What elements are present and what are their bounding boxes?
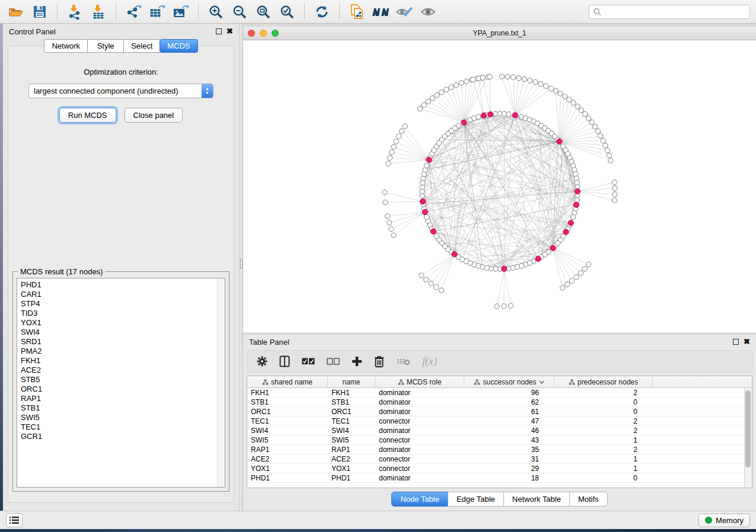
- leaf-node[interactable]: [608, 158, 613, 163]
- leaf-node[interactable]: [403, 124, 407, 129]
- leaf-node[interactable]: [505, 74, 510, 79]
- cell-predecessor-nodes[interactable]: 2: [554, 389, 653, 397]
- table-row[interactable]: ORC1ORC1dominator610: [247, 407, 752, 416]
- leaf-node[interactable]: [433, 284, 438, 289]
- leaf-node[interactable]: [612, 198, 617, 203]
- selected-mcds-node[interactable]: [452, 252, 457, 257]
- leaf-node[interactable]: [391, 145, 396, 149]
- cell-shared-name[interactable]: RAP1: [247, 446, 328, 454]
- leaf-node[interactable]: [613, 186, 617, 191]
- leaf-node[interactable]: [508, 303, 513, 308]
- selected-mcds-node[interactable]: [568, 220, 573, 226]
- column-header-mcds-role[interactable]: MCDS role: [375, 376, 464, 387]
- cell-successor-nodes[interactable]: 18: [464, 474, 554, 482]
- leaf-node[interactable]: [449, 85, 454, 89]
- tab-node-table[interactable]: Node Table: [391, 492, 448, 507]
- scrollbar-thumb[interactable]: [745, 390, 751, 467]
- leaf-node[interactable]: [429, 281, 433, 286]
- tab-style[interactable]: Style: [87, 39, 124, 53]
- zoom-in-button[interactable]: [206, 3, 226, 21]
- cell-shared-name[interactable]: TEC1: [247, 417, 328, 425]
- leaf-node[interactable]: [569, 278, 574, 283]
- cell-successor-nodes[interactable]: 31: [464, 455, 554, 463]
- selected-mcds-node[interactable]: [557, 139, 562, 144]
- leaf-node[interactable]: [589, 120, 594, 124]
- cell-mcds-role[interactable]: dominator: [375, 398, 464, 406]
- leaf-node[interactable]: [389, 227, 394, 232]
- leaf-node[interactable]: [516, 76, 521, 81]
- table-scrollbar[interactable]: [744, 389, 752, 488]
- mcds-result-item[interactable]: STB1: [21, 403, 225, 413]
- leaf-node[interactable]: [538, 82, 543, 86]
- run-mcds-button[interactable]: Run MCDS: [59, 108, 116, 123]
- leaf-node[interactable]: [499, 74, 504, 79]
- leaf-node[interactable]: [471, 77, 476, 82]
- leaf-node[interactable]: [582, 111, 587, 116]
- leaf-node[interactable]: [558, 91, 563, 96]
- leaf-node[interactable]: [574, 275, 579, 280]
- leaf-node[interactable]: [601, 138, 605, 143]
- cell-predecessor-nodes[interactable]: 1: [554, 436, 653, 444]
- float-window-icon[interactable]: [733, 339, 739, 345]
- tab-network-table[interactable]: Network Table: [503, 492, 570, 507]
- leaf-node[interactable]: [603, 143, 608, 148]
- cell-name[interactable]: YOX1: [328, 464, 375, 473]
- selected-mcds-node[interactable]: [487, 111, 493, 117]
- leaf-node[interactable]: [607, 153, 611, 158]
- cell-name[interactable]: SWI4: [328, 427, 375, 435]
- mcds-result-item[interactable]: PMA2: [21, 347, 225, 356]
- zoom-fit-button[interactable]: [253, 3, 273, 21]
- mcds-result-item[interactable]: TEC1: [21, 422, 225, 432]
- criterion-select[interactable]: largest connected component (undirected)…: [28, 84, 213, 98]
- leaf-node[interactable]: [389, 150, 394, 155]
- cell-name[interactable]: PHD1: [328, 474, 375, 482]
- import-table-button[interactable]: [88, 3, 109, 21]
- table-row[interactable]: SWI5SWI5connector431: [247, 435, 752, 445]
- selected-mcds-node[interactable]: [563, 229, 569, 235]
- memory-button[interactable]: Memory: [698, 514, 750, 527]
- list-scrollbar[interactable]: [217, 278, 225, 487]
- hide-selected-button[interactable]: [394, 3, 414, 21]
- cell-shared-name[interactable]: ACE2: [247, 455, 328, 463]
- cell-mcds-role[interactable]: dominator: [375, 389, 464, 397]
- cell-successor-nodes[interactable]: 96: [464, 389, 554, 397]
- network-node[interactable]: [506, 112, 511, 117]
- column-header-shared-name[interactable]: shared name: [247, 376, 328, 387]
- cell-mcds-role[interactable]: dominator: [375, 446, 464, 454]
- table-row[interactable]: ACE2ACE2connector311: [247, 454, 752, 464]
- leaf-node[interactable]: [464, 79, 469, 84]
- selected-mcds-node[interactable]: [422, 209, 428, 214]
- select-all-rows-button[interactable]: [302, 358, 315, 365]
- mcds-result-item[interactable]: SWI4: [21, 328, 225, 337]
- cell-mcds-role[interactable]: connector: [375, 464, 464, 473]
- leaf-node[interactable]: [419, 273, 424, 278]
- close-window-icon[interactable]: ✖: [227, 28, 233, 34]
- leaf-node[interactable]: [586, 116, 591, 120]
- export-table-button[interactable]: [147, 3, 167, 21]
- mcds-result-item[interactable]: FKH1: [21, 356, 225, 366]
- network-node[interactable]: [575, 198, 579, 203]
- table-row[interactable]: SWI4SWI4dominator462: [247, 426, 752, 435]
- leaf-node[interactable]: [382, 190, 387, 195]
- leaf-node[interactable]: [582, 267, 587, 271]
- cell-shared-name[interactable]: ORC1: [247, 408, 328, 416]
- cell-predecessor-nodes[interactable]: 0: [554, 398, 653, 406]
- leaf-node[interactable]: [562, 94, 567, 99]
- leaf-node[interactable]: [495, 304, 499, 309]
- network-node[interactable]: [424, 164, 429, 168]
- open-file-button[interactable]: [6, 3, 26, 21]
- task-history-button[interactable]: [6, 513, 23, 527]
- selected-mcds-node[interactable]: [481, 113, 486, 118]
- zoom-selected-button[interactable]: [277, 3, 297, 21]
- cell-name[interactable]: SWI5: [328, 436, 375, 444]
- leaf-node[interactable]: [571, 101, 576, 105]
- network-node[interactable]: [434, 234, 439, 239]
- cell-name[interactable]: TEC1: [328, 417, 375, 425]
- column-header-predecessor-nodes[interactable]: predecessor nodes: [554, 376, 653, 387]
- cell-predecessor-nodes[interactable]: 0: [554, 474, 653, 482]
- cell-successor-nodes[interactable]: 29: [464, 464, 554, 473]
- leaf-node[interactable]: [391, 233, 396, 238]
- network-node[interactable]: [570, 214, 575, 219]
- mcds-result-item[interactable]: PHD1: [21, 280, 225, 290]
- table-row[interactable]: YOX1YOX1connector291: [247, 464, 752, 473]
